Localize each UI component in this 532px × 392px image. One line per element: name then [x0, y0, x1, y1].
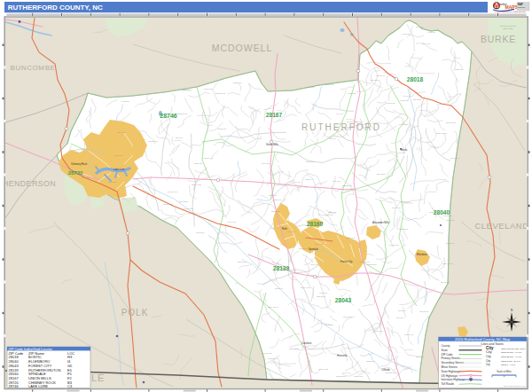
svg-text:Harris Rd: Harris Rd [114, 154, 123, 156]
svg-text:Poors Ford: Poors Ford [184, 208, 194, 209]
svg-text:Union Mills: Union Mills [266, 143, 278, 146]
svg-text:Camp Rd: Camp Rd [271, 210, 280, 212]
svg-text:Harris Rd: Harris Rd [196, 231, 205, 233]
svg-text:Cane Creek: Cane Creek [268, 306, 279, 308]
svg-text:Hollis Rd: Hollis Rd [402, 33, 411, 35]
svg-text:Cove Rd: Cove Rd [375, 330, 383, 332]
svg-text:Frog Level: Frog Level [268, 357, 278, 359]
svg-text:Cedar Ln: Cedar Ln [275, 287, 284, 289]
svg-text:Mill Creek: Mill Creek [325, 324, 334, 325]
svg-text:Forest City: Forest City [340, 260, 353, 263]
svg-text:Ridge Rd: Ridge Rd [446, 219, 455, 221]
svg-text:Duncan Rd: Duncan Rd [177, 113, 188, 114]
svg-text:2016 Rutherford County, NC Map: 2016 Rutherford County, NC Map [455, 337, 511, 341]
svg-text:Cove Rd: Cove Rd [325, 214, 333, 216]
svg-text:MAPS: MAPS [505, 4, 519, 10]
svg-text:CLEVELAND: CLEVELAND [474, 221, 528, 231]
svg-text:Cedar Ln: Cedar Ln [446, 242, 455, 244]
svg-text:Old Hwy: Old Hwy [329, 137, 337, 139]
svg-text:Piney Rd: Piney Rd [262, 162, 270, 164]
svg-text:28720: 28720 [68, 170, 83, 176]
svg-text:State Park: State Park [503, 27, 513, 30]
svg-text:Walker Rd: Walker Rd [346, 237, 356, 239]
svg-text:BURKE: BURKE [481, 34, 516, 44]
svg-text:ZIP Code: ZIP Code [442, 353, 453, 357]
svg-text:Ruth: Ruth [282, 227, 287, 231]
svg-text:N: N [511, 309, 512, 312]
svg-text:Mill Creek: Mill Creek [376, 74, 386, 76]
svg-text:Old Hwy: Old Hwy [396, 317, 404, 318]
svg-text:Primary Streets: Primary Streets [442, 357, 461, 360]
svg-text:Hollis Rd: Hollis Rd [121, 100, 130, 102]
svg-text:Harris Rd: Harris Rd [400, 99, 409, 101]
svg-text:Oak Grove: Oak Grove [317, 295, 326, 297]
svg-text:Cherry Mtn: Cherry Mtn [192, 184, 202, 185]
svg-text:City: City [486, 355, 491, 358]
svg-text:Whitesides: Whitesides [367, 263, 378, 265]
svg-text:Oak Grove: Oak Grove [238, 261, 247, 263]
svg-text:Mill Creek: Mill Creek [450, 157, 460, 159]
svg-text:Whitesides: Whitesides [336, 375, 347, 377]
svg-text:Spindale: Spindale [309, 247, 318, 251]
svg-text:Big Island: Big Island [371, 79, 379, 81]
svg-text:Piney Rd: Piney Rd [315, 243, 324, 245]
svg-text:Oak Grove: Oak Grove [419, 310, 429, 312]
svg-text:HENDERSON: HENDERSON [3, 179, 56, 188]
svg-text:Duncan Rd: Duncan Rd [342, 184, 353, 186]
svg-text:Camp Rd: Camp Rd [455, 68, 464, 70]
svg-text:State Highways: State Highways [442, 370, 461, 373]
svg-text:Poors Ford: Poors Ford [168, 191, 178, 192]
svg-text:Duncan Rd: Duncan Rd [215, 92, 226, 94]
svg-text:Big Island: Big Island [413, 98, 422, 100]
svg-text:Chimney Rock: Chimney Rock [71, 162, 88, 166]
svg-text:Cedar Ln: Cedar Ln [398, 310, 407, 311]
svg-text:Alexander Mills: Alexander Mills [372, 221, 390, 224]
svg-text:Harris Rd: Harris Rd [348, 92, 356, 94]
svg-text:Camp Rd: Camp Rd [325, 83, 334, 85]
svg-text:Frog Level: Frog Level [404, 333, 414, 335]
svg-text:Big Island: Big Island [377, 173, 386, 175]
svg-text:Poors Ford: Poors Ford [399, 123, 410, 125]
svg-text:C3: C3 [67, 384, 73, 388]
svg-text:Cedar Ln: Cedar Ln [269, 194, 278, 196]
svg-text:City: City [486, 350, 492, 354]
svg-text:Toll Roads: Toll Roads [442, 382, 455, 386]
svg-text:28018: 28018 [407, 76, 424, 82]
svg-text:28040: 28040 [434, 209, 450, 216]
svg-text:Oak Grove: Oak Grove [299, 247, 309, 249]
svg-text:Big Island: Big Island [108, 181, 117, 183]
svg-text:Whitesides: Whitesides [289, 348, 300, 349]
svg-text:Cherry Mtn: Cherry Mtn [163, 203, 174, 205]
svg-text:Editions: Editions [518, 6, 526, 8]
svg-text:28139: 28139 [273, 265, 290, 271]
svg-text:Cane Creek: Cane Creek [442, 263, 454, 264]
svg-text:28746: 28746 [9, 384, 20, 388]
svg-text:Laurel Rd: Laurel Rd [204, 88, 213, 90]
svg-text:Laurel Rd: Laurel Rd [387, 102, 395, 104]
svg-text:28746: 28746 [160, 113, 177, 119]
svg-text:Cane Creek: Cane Creek [436, 132, 448, 134]
svg-text:City: City [486, 363, 490, 366]
svg-text:POLK: POLK [121, 308, 149, 318]
svg-text:Walker Rd: Walker Rd [183, 89, 192, 90]
svg-text:Caroleen: Caroleen [301, 341, 312, 345]
svg-text:28043: 28043 [335, 297, 352, 303]
svg-text:Laurel Rd: Laurel Rd [117, 131, 126, 133]
svg-text:Laurel Rd: Laurel Rd [392, 207, 401, 208]
svg-text:Ellenboro: Ellenboro [417, 253, 427, 256]
svg-text:Mtn View: Mtn View [306, 86, 314, 88]
svg-text:Hollis Rd: Hollis Rd [427, 31, 436, 33]
svg-text:Cliffside: Cliffside [381, 368, 390, 372]
svg-text:Camp Rd: Camp Rd [328, 211, 337, 213]
svg-text:Camp Rd: Camp Rd [194, 162, 203, 164]
svg-text:Cove Rd: Cove Rd [416, 26, 424, 27]
svg-text:Ridge Rd: Ridge Rd [273, 199, 282, 200]
svg-text:Walker Rd: Walker Rd [305, 178, 315, 180]
svg-text:Poors Ford: Poors Ford [389, 244, 400, 246]
svg-text:Cherry Mtn: Cherry Mtn [301, 286, 311, 288]
svg-text:LAKE LURE: LAKE LURE [28, 384, 48, 388]
svg-text:Mtn View: Mtn View [416, 356, 424, 357]
svg-text:Cane Creek: Cane Creek [359, 261, 371, 263]
svg-text:LE: LE [91, 372, 105, 383]
svg-text:Oak Grove: Oak Grove [401, 200, 411, 202]
